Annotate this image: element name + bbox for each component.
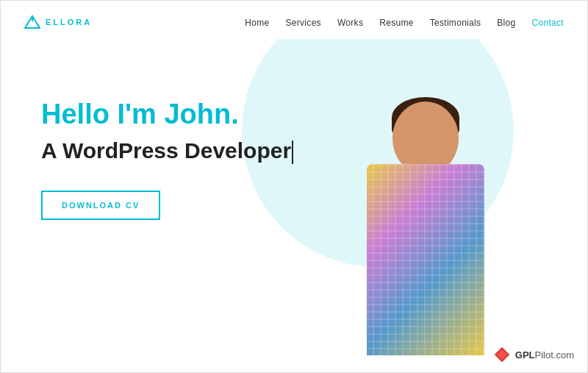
nav-link-blog[interactable]: Blog (497, 18, 515, 28)
nav-item-contact[interactable]: Contact (532, 15, 564, 29)
watermark: GPLPilot.com (493, 346, 574, 363)
watermark-label: GPLPilot.com (515, 349, 574, 360)
nav-link-testimonials[interactable]: Testimonials (430, 18, 481, 28)
nav-item-home[interactable]: Home (245, 15, 269, 29)
nav-link-contact[interactable]: Contact (532, 18, 564, 28)
nav-item-resume[interactable]: Resume (379, 15, 413, 29)
page-frame: ELLORA Home Services Works Resume Testim… (0, 0, 588, 373)
nav-links: Home Services Works Resume Testimonials … (245, 15, 564, 29)
hero-content: Hello I'm John. A WordPress Developer DO… (41, 98, 293, 220)
nav-item-blog[interactable]: Blog (497, 15, 515, 29)
download-cv-button[interactable]: DOWNLOAD CV (41, 191, 160, 220)
person-shirt (367, 164, 484, 355)
watermark-bold: GPL (515, 349, 535, 360)
hero-section: Hello I'm John. A WordPress Developer DO… (1, 39, 587, 366)
logo[interactable]: ELLORA (24, 14, 92, 30)
nav-link-works[interactable]: Works (337, 18, 363, 28)
nav-link-home[interactable]: Home (245, 18, 269, 28)
nav-link-resume[interactable]: Resume (379, 18, 413, 28)
navbar: ELLORA Home Services Works Resume Testim… (1, 1, 587, 39)
hero-greeting: Hello I'm John. (41, 98, 293, 132)
nav-item-testimonials[interactable]: Testimonials (430, 15, 481, 29)
nav-link-services[interactable]: Services (286, 18, 321, 28)
nav-item-services[interactable]: Services (286, 15, 321, 29)
hero-role-text: A WordPress Developer (41, 138, 291, 163)
watermark-plain: Pilot.com (535, 349, 574, 360)
cursor (292, 141, 293, 164)
logo-text: ELLORA (46, 18, 92, 26)
gplpilot-icon (493, 346, 511, 363)
logo-icon (24, 14, 40, 30)
hero-person (308, 72, 543, 366)
person-body (345, 87, 506, 366)
nav-item-works[interactable]: Works (337, 15, 363, 29)
hero-role: A WordPress Developer (41, 138, 293, 164)
